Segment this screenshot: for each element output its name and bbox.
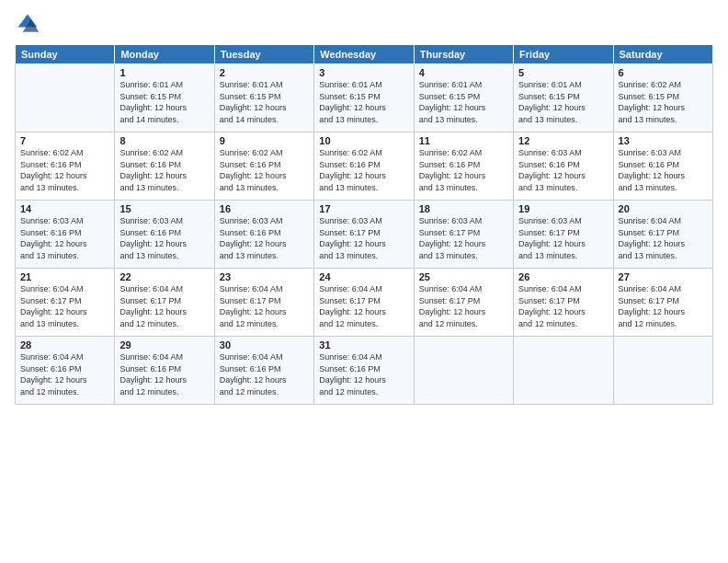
- day-number: 19: [518, 203, 608, 214]
- day-number: 20: [619, 203, 708, 214]
- day-cell: 2Sunrise: 6:01 AM Sunset: 6:15 PM Daylig…: [214, 64, 313, 132]
- day-cell: 25Sunrise: 6:04 AM Sunset: 6:17 PM Dayli…: [414, 269, 513, 337]
- day-cell: 30Sunrise: 6:04 AM Sunset: 6:16 PM Dayli…: [214, 337, 313, 405]
- day-cell: 17Sunrise: 6:03 AM Sunset: 6:17 PM Dayli…: [314, 201, 414, 269]
- page: SundayMondayTuesdayWednesdayThursdayFrid…: [0, 0, 728, 563]
- day-info: Sunrise: 6:04 AM Sunset: 6:16 PM Dayligh…: [119, 351, 209, 397]
- day-info: Sunrise: 6:03 AM Sunset: 6:17 PM Dayligh…: [518, 215, 608, 261]
- day-info: Sunrise: 6:04 AM Sunset: 6:17 PM Dayligh…: [619, 283, 708, 329]
- day-info: Sunrise: 6:02 AM Sunset: 6:16 PM Dayligh…: [20, 147, 109, 193]
- day-number: 8: [119, 135, 209, 146]
- day-cell: 14Sunrise: 6:03 AM Sunset: 6:16 PM Dayli…: [16, 201, 115, 269]
- day-info: Sunrise: 6:04 AM Sunset: 6:17 PM Dayligh…: [220, 283, 309, 329]
- day-number: 2: [220, 67, 309, 78]
- day-cell: 23Sunrise: 6:04 AM Sunset: 6:17 PM Dayli…: [214, 269, 313, 337]
- day-info: Sunrise: 6:04 AM Sunset: 6:17 PM Dayligh…: [619, 215, 708, 261]
- day-number: 23: [220, 271, 309, 282]
- day-cell: 19Sunrise: 6:03 AM Sunset: 6:17 PM Dayli…: [514, 201, 613, 269]
- day-info: Sunrise: 6:03 AM Sunset: 6:16 PM Dayligh…: [619, 147, 708, 193]
- day-number: 12: [518, 135, 608, 146]
- day-info: Sunrise: 6:04 AM Sunset: 6:17 PM Dayligh…: [119, 283, 209, 329]
- day-number: 9: [220, 135, 309, 146]
- day-cell: 11Sunrise: 6:02 AM Sunset: 6:16 PM Dayli…: [414, 132, 513, 201]
- week-row-1: 1Sunrise: 6:01 AM Sunset: 6:15 PM Daylig…: [16, 64, 713, 132]
- day-number: 22: [119, 271, 209, 282]
- day-info: Sunrise: 6:01 AM Sunset: 6:15 PM Dayligh…: [220, 79, 309, 125]
- col-header-tuesday: Tuesday: [214, 45, 313, 64]
- logo: [15, 11, 44, 37]
- day-info: Sunrise: 6:02 AM Sunset: 6:16 PM Dayligh…: [119, 147, 209, 193]
- week-row-2: 7Sunrise: 6:02 AM Sunset: 6:16 PM Daylig…: [16, 132, 713, 201]
- day-cell: 20Sunrise: 6:04 AM Sunset: 6:17 PM Dayli…: [613, 201, 712, 269]
- day-number: 3: [319, 67, 408, 78]
- day-number: 7: [20, 135, 109, 146]
- week-row-3: 14Sunrise: 6:03 AM Sunset: 6:16 PM Dayli…: [16, 201, 713, 269]
- day-cell: 21Sunrise: 6:04 AM Sunset: 6:17 PM Dayli…: [16, 269, 115, 337]
- day-number: 6: [619, 67, 708, 78]
- day-info: Sunrise: 6:02 AM Sunset: 6:15 PM Dayligh…: [619, 79, 708, 125]
- day-number: 16: [220, 203, 309, 214]
- day-info: Sunrise: 6:02 AM Sunset: 6:16 PM Dayligh…: [220, 147, 309, 193]
- col-header-thursday: Thursday: [414, 45, 513, 64]
- day-number: 18: [419, 203, 508, 214]
- day-number: 26: [518, 271, 608, 282]
- col-header-saturday: Saturday: [613, 45, 712, 64]
- day-number: 28: [20, 339, 109, 350]
- day-info: Sunrise: 6:04 AM Sunset: 6:17 PM Dayligh…: [419, 283, 508, 329]
- day-cell: 6Sunrise: 6:02 AM Sunset: 6:15 PM Daylig…: [613, 64, 712, 132]
- day-cell: 1Sunrise: 6:01 AM Sunset: 6:15 PM Daylig…: [115, 64, 214, 132]
- col-header-sunday: Sunday: [16, 45, 115, 64]
- day-number: 5: [518, 67, 608, 78]
- day-number: 15: [119, 203, 209, 214]
- day-cell: 4Sunrise: 6:01 AM Sunset: 6:15 PM Daylig…: [414, 64, 513, 132]
- day-cell: 18Sunrise: 6:03 AM Sunset: 6:17 PM Dayli…: [414, 201, 513, 269]
- day-info: Sunrise: 6:04 AM Sunset: 6:17 PM Dayligh…: [319, 283, 408, 329]
- day-cell: 9Sunrise: 6:02 AM Sunset: 6:16 PM Daylig…: [214, 132, 313, 201]
- day-info: Sunrise: 6:03 AM Sunset: 6:17 PM Dayligh…: [319, 215, 408, 261]
- day-cell: [414, 337, 513, 405]
- day-number: 21: [20, 271, 109, 282]
- day-cell: 29Sunrise: 6:04 AM Sunset: 6:16 PM Dayli…: [115, 337, 214, 405]
- day-info: Sunrise: 6:03 AM Sunset: 6:16 PM Dayligh…: [119, 215, 209, 261]
- day-info: Sunrise: 6:01 AM Sunset: 6:15 PM Dayligh…: [319, 79, 408, 125]
- day-number: 14: [20, 203, 109, 214]
- day-info: Sunrise: 6:01 AM Sunset: 6:15 PM Dayligh…: [119, 79, 209, 125]
- day-number: 13: [619, 135, 708, 146]
- day-cell: 31Sunrise: 6:04 AM Sunset: 6:16 PM Dayli…: [314, 337, 414, 405]
- day-cell: 28Sunrise: 6:04 AM Sunset: 6:16 PM Dayli…: [16, 337, 115, 405]
- day-cell: 15Sunrise: 6:03 AM Sunset: 6:16 PM Dayli…: [115, 201, 214, 269]
- day-cell: 22Sunrise: 6:04 AM Sunset: 6:17 PM Dayli…: [115, 269, 214, 337]
- day-number: 31: [319, 339, 408, 350]
- col-header-friday: Friday: [514, 45, 613, 64]
- day-cell: 5Sunrise: 6:01 AM Sunset: 6:15 PM Daylig…: [514, 64, 613, 132]
- day-number: 30: [220, 339, 309, 350]
- day-info: Sunrise: 6:03 AM Sunset: 6:16 PM Dayligh…: [20, 215, 109, 261]
- col-header-wednesday: Wednesday: [314, 45, 414, 64]
- day-cell: 24Sunrise: 6:04 AM Sunset: 6:17 PM Dayli…: [314, 269, 414, 337]
- day-cell: [613, 337, 712, 405]
- day-info: Sunrise: 6:01 AM Sunset: 6:15 PM Dayligh…: [419, 79, 508, 125]
- day-info: Sunrise: 6:03 AM Sunset: 6:17 PM Dayligh…: [419, 215, 508, 261]
- day-info: Sunrise: 6:04 AM Sunset: 6:17 PM Dayligh…: [518, 283, 608, 329]
- day-cell: 27Sunrise: 6:04 AM Sunset: 6:17 PM Dayli…: [613, 269, 712, 337]
- day-cell: [514, 337, 613, 405]
- day-info: Sunrise: 6:02 AM Sunset: 6:16 PM Dayligh…: [319, 147, 408, 193]
- day-cell: 10Sunrise: 6:02 AM Sunset: 6:16 PM Dayli…: [314, 132, 414, 201]
- col-header-monday: Monday: [115, 45, 214, 64]
- day-info: Sunrise: 6:03 AM Sunset: 6:16 PM Dayligh…: [518, 147, 608, 193]
- logo-icon: [15, 11, 40, 37]
- day-cell: 16Sunrise: 6:03 AM Sunset: 6:16 PM Dayli…: [214, 201, 313, 269]
- day-number: 25: [419, 271, 508, 282]
- day-number: 24: [319, 271, 408, 282]
- day-cell: [16, 64, 115, 132]
- day-cell: 13Sunrise: 6:03 AM Sunset: 6:16 PM Dayli…: [613, 132, 712, 201]
- calendar-table: SundayMondayTuesdayWednesdayThursdayFrid…: [15, 44, 713, 405]
- day-info: Sunrise: 6:04 AM Sunset: 6:17 PM Dayligh…: [20, 283, 109, 329]
- day-info: Sunrise: 6:02 AM Sunset: 6:16 PM Dayligh…: [419, 147, 508, 193]
- day-number: 10: [319, 135, 408, 146]
- day-number: 29: [119, 339, 209, 350]
- day-cell: 8Sunrise: 6:02 AM Sunset: 6:16 PM Daylig…: [115, 132, 214, 201]
- day-cell: 3Sunrise: 6:01 AM Sunset: 6:15 PM Daylig…: [314, 64, 414, 132]
- day-info: Sunrise: 6:04 AM Sunset: 6:16 PM Dayligh…: [220, 351, 309, 397]
- day-info: Sunrise: 6:03 AM Sunset: 6:16 PM Dayligh…: [220, 215, 309, 261]
